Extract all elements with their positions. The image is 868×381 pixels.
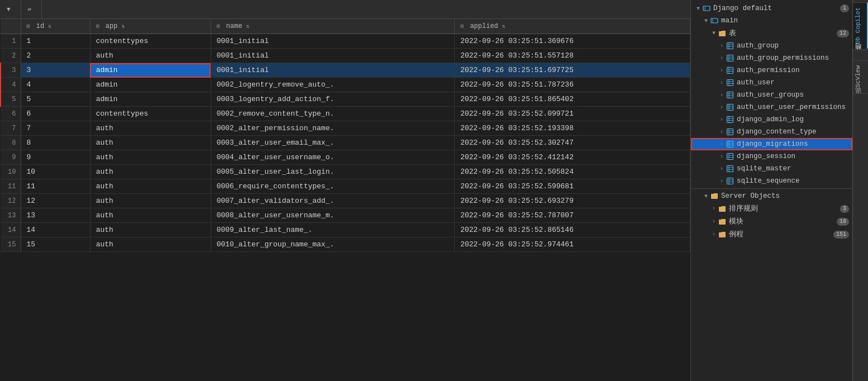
name-order-icon: ⇅ bbox=[246, 23, 250, 30]
cell-name: 0007_alter_validators_add_. bbox=[211, 194, 455, 208]
cell-name: 0001_initial bbox=[211, 49, 455, 63]
cell-app: auth bbox=[90, 49, 211, 63]
order-by-section[interactable]: ⇌ bbox=[21, 0, 42, 18]
cell-name: 0006_require_contenttypes_. bbox=[211, 179, 455, 194]
sidebar-item-django_migrations[interactable]: ›django_migrations bbox=[691, 138, 852, 150]
col-id[interactable]: ⊞ id ⇅ bbox=[21, 19, 90, 34]
chevron-icon: › bbox=[694, 178, 726, 184]
connection-icon bbox=[702, 4, 711, 13]
chevron-icon: › bbox=[694, 141, 726, 147]
folder-icon bbox=[710, 192, 719, 201]
table-icon bbox=[726, 54, 735, 63]
sidebar-item-label: 例程 bbox=[729, 230, 830, 239]
table-icon bbox=[726, 41, 735, 50]
sidebar-item-server-objects[interactable]: ▼Server Objects bbox=[691, 190, 852, 202]
cell-id: 2 bbox=[21, 49, 90, 63]
col-name[interactable]: ⊞ name ⇅ bbox=[211, 19, 455, 34]
chevron-icon: › bbox=[694, 43, 726, 49]
sidebar-item-label: django_content_type bbox=[737, 128, 849, 136]
cell-name: 0001_initial bbox=[211, 34, 455, 49]
cell-id: 5 bbox=[21, 92, 90, 107]
sidebar-item-tables[interactable]: ▼表12 bbox=[691, 27, 852, 40]
sidebar-item-auth_user_groups[interactable]: ›auth_user_groups bbox=[691, 89, 852, 101]
table-row[interactable]: 66contenttypes0002_remove_content_type_n… bbox=[1, 107, 690, 121]
col-app[interactable]: ⊞ app ⇅ bbox=[90, 19, 211, 34]
chevron-icon: › bbox=[694, 231, 718, 237]
sidebar-item-django-default[interactable]: ▼Django default1 bbox=[691, 2, 852, 15]
cell-id: 3 bbox=[21, 63, 90, 78]
toolbar: ▼ ⇌ bbox=[0, 0, 690, 19]
table-row[interactable]: 11contenttypes0001_initial2022-09-26 03:… bbox=[1, 34, 690, 49]
sidebar-item-label: 模块 bbox=[729, 217, 833, 226]
table-row[interactable]: 22auth0001_initial2022-09-26 03:25:51.55… bbox=[1, 49, 690, 63]
sidebar-item-sqlite_master[interactable]: ›sqlite_master bbox=[691, 163, 852, 175]
cell-app: auth bbox=[90, 194, 211, 208]
sidebar-item-modules[interactable]: ›模块10 bbox=[691, 215, 852, 228]
name-sort-icon: ⊞ bbox=[217, 23, 220, 30]
table-row[interactable]: 1212auth0007_alter_validators_add_.2022-… bbox=[1, 194, 690, 208]
sidebar-item-sort-rules[interactable]: ›排序规则3 bbox=[691, 202, 852, 215]
sidebar-item-auth_group[interactable]: ›auth_group bbox=[691, 40, 852, 52]
svg-rect-48 bbox=[727, 178, 733, 184]
where-section[interactable]: ▼ bbox=[0, 0, 21, 18]
cell-app: admin bbox=[90, 63, 211, 78]
cell-id: 11 bbox=[21, 179, 90, 194]
sidebar-item-django_content_type[interactable]: ›django_content_type bbox=[691, 126, 852, 138]
sidebar-item-routines[interactable]: ›例程151 bbox=[691, 228, 852, 241]
svg-rect-36 bbox=[727, 141, 733, 147]
sidebar-item-auth_group_permissions[interactable]: ›auth_group_permissions bbox=[691, 52, 852, 64]
cell-id: 13 bbox=[21, 208, 90, 223]
row-number: 8 bbox=[1, 136, 21, 150]
cell-app: contenttypes bbox=[90, 34, 211, 49]
applied-order-icon: ⇅ bbox=[502, 23, 505, 30]
cell-app: auth bbox=[90, 150, 211, 165]
table-icon bbox=[726, 140, 735, 149]
table-row[interactable]: 1111auth0006_require_contenttypes_.2022-… bbox=[1, 179, 690, 194]
cell-applied: 2022-09-26 03:25:52.865146 bbox=[455, 223, 690, 237]
id-order-icon: ⇅ bbox=[48, 23, 51, 30]
applied-sort-icon: ⊞ bbox=[460, 23, 464, 30]
tab-notes[interactable]: 说 bbox=[853, 93, 868, 103]
sidebar-item-label: sqlite_master bbox=[737, 165, 849, 173]
chevron-icon: › bbox=[694, 55, 726, 61]
table-row[interactable]: 1515auth0010_alter_group_name_max_.2022-… bbox=[1, 237, 690, 252]
table-row[interactable]: 55admin0003_logentry_add_action_f.2022-0… bbox=[1, 92, 690, 107]
tab-scview[interactable]: ScVlew bbox=[853, 60, 868, 92]
sidebar-item-auth_user_user_permissions[interactable]: ›auth_user_user_permissions bbox=[691, 101, 852, 113]
table-row[interactable]: 1010auth0005_alter_user_last_login.2022-… bbox=[1, 165, 690, 179]
tab-structure[interactable]: 结构 bbox=[853, 50, 868, 59]
sidebar-item-auth_permission[interactable]: ›auth_permission bbox=[691, 64, 852, 77]
sidebar-item-label: auth_group_permissions bbox=[737, 54, 849, 62]
cell-applied: 2022-09-26 03:25:51.369676 bbox=[455, 34, 690, 49]
main-content: ▼ ⇌ ⊞ id ⇅ ⊞ app bbox=[0, 0, 690, 381]
sidebar-item-auth_user[interactable]: ›auth_user bbox=[691, 77, 852, 89]
sidebar-item-main[interactable]: ▼main bbox=[691, 15, 852, 27]
table-container[interactable]: ⊞ id ⇅ ⊞ app ⇅ ⊞ name ⇅ bbox=[0, 19, 690, 381]
table-row[interactable]: 33admin0001_initial2022-09-26 03:25:51.6… bbox=[1, 63, 690, 78]
cell-applied: 2022-09-26 03:25:51.697725 bbox=[455, 63, 690, 78]
table-row[interactable]: 1414auth0009_alter_last_name_.2022-09-26… bbox=[1, 223, 690, 237]
sidebar-tree[interactable]: ▼Django default1▼main▼表12›auth_group›aut… bbox=[691, 0, 852, 381]
cell-app: auth bbox=[90, 121, 211, 136]
table-row[interactable]: 99auth0004_alter_user_username_o.2022-09… bbox=[1, 150, 690, 165]
cell-app: auth bbox=[90, 165, 211, 179]
folder-icon bbox=[718, 230, 727, 239]
table-icon bbox=[726, 91, 735, 99]
table-row[interactable]: 77auth0002_alter_permission_name.2022-09… bbox=[1, 121, 690, 136]
chevron-icon: › bbox=[694, 206, 718, 212]
col-applied[interactable]: ⊞ applied ⇅ bbox=[455, 19, 690, 34]
row-number: 2 bbox=[1, 49, 21, 63]
sidebar-item-django_session[interactable]: ›django_session bbox=[691, 150, 852, 163]
cell-name: 0002_remove_content_type_n. bbox=[211, 107, 455, 121]
sidebar-item-sqlite_sequence[interactable]: ›sqlite_sequence bbox=[691, 175, 852, 187]
tab-db-copilot[interactable]: Db Copilot bbox=[853, 2, 868, 49]
svg-rect-8 bbox=[727, 55, 733, 61]
table-row[interactable]: 88auth0003_alter_user_email_max_.2022-09… bbox=[1, 136, 690, 150]
cell-applied: 2022-09-26 03:25:52.193398 bbox=[455, 121, 690, 136]
sidebar-item-django_admin_log[interactable]: ›django_admin_log bbox=[691, 113, 852, 126]
col-app-label: app bbox=[106, 22, 118, 30]
folder-icon bbox=[718, 204, 727, 213]
table-row[interactable]: 44admin0002_logentry_remove_auto_.2022-0… bbox=[1, 78, 690, 92]
table-row[interactable]: 1313auth0008_alter_user_username_m.2022-… bbox=[1, 208, 690, 223]
chevron-icon: › bbox=[694, 117, 726, 123]
